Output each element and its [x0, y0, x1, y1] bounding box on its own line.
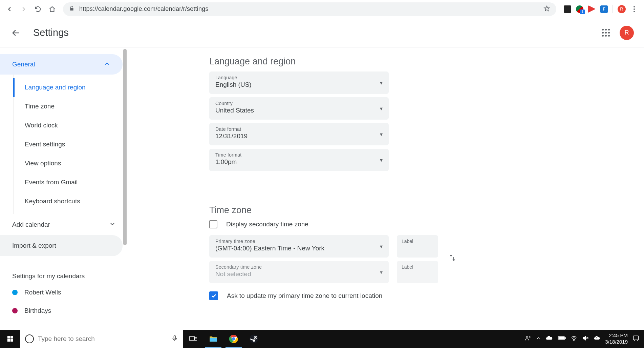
app-header: Settings R [0, 18, 644, 47]
sidebar-subitem[interactable]: Language and region [13, 78, 128, 97]
language-dropdown[interactable]: Language English (US) ▾ [209, 71, 389, 94]
svg-rect-12 [634, 336, 639, 340]
svg-rect-10 [559, 337, 564, 339]
dropdown-arrow-icon: ▾ [380, 157, 383, 163]
extension-1-icon[interactable] [564, 5, 571, 13]
dropdown-arrow-icon: ▾ [380, 131, 383, 138]
browser-profile-avatar[interactable]: R [618, 5, 626, 13]
sidebar-subitem[interactable]: World clock [14, 116, 128, 135]
dropdown-value: 1:00pm [215, 158, 372, 166]
extension-2-icon[interactable]: 1 [576, 5, 583, 13]
date-format-dropdown[interactable]: Date format 12/31/2019 ▾ [209, 123, 389, 145]
dropdown-value: 12/31/2019 [215, 132, 372, 140]
sidebar-section-my-calendars: Settings for my calendars [0, 266, 128, 283]
nav-back-button[interactable] [3, 3, 16, 15]
chevron-up-icon [104, 60, 110, 69]
primary-tz-dropdown[interactable]: Primary time zone (GMT-04:00) Eastern Ti… [209, 235, 389, 258]
section-title-language-region: Language and region [209, 56, 644, 67]
sidebar-item-import-export[interactable]: Import & export [0, 235, 123, 256]
taskbar-file-explorer[interactable] [203, 330, 223, 348]
nav-forward-button[interactable] [18, 3, 30, 15]
address-bar[interactable]: https://calendar.google.com/calendar/r/s… [63, 2, 556, 16]
time-format-dropdown[interactable]: Time format 1:00pm ▾ [209, 149, 389, 171]
calendar-item[interactable]: Birthdays [0, 302, 128, 320]
taskbar-chrome[interactable] [223, 330, 244, 348]
extension-icons: 1 F R [561, 5, 641, 13]
calendar-item[interactable]: Robert Wells [0, 283, 128, 302]
calendar-color-dot [12, 308, 18, 313]
sidebar-subitem[interactable]: Keyboard shortcuts [14, 192, 128, 211]
svg-rect-9 [565, 337, 565, 339]
checkbox-label: Display secondary time zone [226, 221, 308, 228]
secondary-tz-dropdown[interactable]: Secondary time zone Not selected ▾ [209, 261, 389, 283]
dropdown-arrow-icon: ▾ [380, 80, 383, 86]
sidebar-item-add-calendar[interactable]: Add calendar [0, 214, 128, 235]
svg-point-6 [255, 337, 256, 339]
sidebar-subitem[interactable]: Events from Gmail [14, 173, 128, 192]
taskbar-search[interactable] [20, 330, 183, 348]
extension-4-icon[interactable]: F [600, 5, 608, 13]
taskbar-search-input[interactable] [38, 335, 167, 343]
nav-home-button[interactable] [46, 3, 58, 15]
tray-onedrive-icon[interactable] [545, 334, 553, 343]
tray-wifi-icon[interactable] [571, 335, 577, 343]
svg-point-3 [232, 337, 235, 340]
tray-time-text: 2:45 PM [605, 332, 628, 339]
swap-tz-icon[interactable] [448, 254, 456, 263]
mic-icon[interactable] [171, 335, 178, 343]
tray-sync-icon[interactable] [594, 335, 600, 343]
country-dropdown[interactable]: Country United States ▾ [209, 97, 389, 120]
start-button[interactable] [0, 330, 20, 348]
account-avatar[interactable]: R [620, 26, 634, 40]
dropdown-arrow-icon: ▾ [380, 105, 383, 112]
tray-battery-icon[interactable] [558, 335, 566, 342]
lock-icon [69, 6, 74, 13]
secondary-tz-label-field[interactable]: Label [397, 261, 438, 283]
tray-chevron-up-icon[interactable] [536, 336, 541, 342]
primary-tz-label-field[interactable]: Label [397, 235, 438, 258]
dropdown-value: English (US) [215, 81, 372, 88]
dropdown-arrow-icon: ▾ [380, 243, 383, 250]
separator [613, 5, 613, 13]
browser-menu-button[interactable] [630, 6, 638, 12]
task-view-button[interactable] [183, 330, 203, 348]
dropdown-value: (GMT-04:00) Eastern Time - New York [215, 245, 372, 252]
dropdown-label: Secondary time zone [215, 264, 372, 270]
svg-point-7 [526, 336, 528, 338]
bookmark-star-icon[interactable] [543, 5, 550, 13]
tray-people-icon[interactable] [524, 335, 531, 343]
svg-rect-1 [189, 337, 194, 341]
tray-notifications-icon[interactable] [632, 335, 639, 343]
google-apps-button[interactable] [602, 29, 610, 37]
dropdown-label: Primary time zone [215, 239, 372, 244]
sidebar-subitem[interactable]: View options [14, 154, 128, 173]
sidebar-scrollbar-thumb[interactable] [123, 49, 127, 245]
sidebar-item-label: Import & export [12, 242, 56, 249]
tray-volume-muted-icon[interactable] [582, 335, 589, 343]
settings-content: Language and region Language English (US… [128, 47, 644, 330]
tray-clock[interactable]: 2:45 PM 3/18/2019 [605, 332, 628, 345]
dropdown-label: Country [215, 101, 372, 106]
settings-back-button[interactable] [10, 27, 22, 39]
tray-date-text: 3/18/2019 [605, 339, 628, 345]
cortana-icon [25, 334, 34, 343]
nav-reload-button[interactable] [32, 3, 44, 15]
sidebar-group-label: General [12, 61, 35, 68]
chevron-down-icon [109, 221, 116, 229]
sidebar-subitem[interactable]: Time zone [14, 97, 128, 116]
sidebar-item-label: Add calendar [12, 221, 50, 228]
sidebar-group-general[interactable]: General [0, 54, 123, 75]
svg-point-11 [574, 340, 574, 341]
ask-update-tz-checkbox[interactable] [209, 291, 218, 300]
display-secondary-tz-checkbox[interactable] [209, 220, 217, 228]
section-title-time-zone: Time zone [209, 205, 644, 216]
calendar-name: Birthdays [24, 307, 51, 314]
dropdown-label: Date format [215, 126, 372, 132]
extension-3-icon[interactable] [588, 5, 596, 13]
settings-sidebar: General Language and regionTime zoneWorl… [0, 47, 128, 330]
sidebar-subitem[interactable]: Event settings [14, 135, 128, 154]
dropdown-label: Language [215, 75, 372, 80]
taskbar-steam[interactable] [244, 330, 264, 348]
calendar-color-dot [12, 290, 18, 295]
calendar-name: Robert Wells [24, 289, 61, 296]
